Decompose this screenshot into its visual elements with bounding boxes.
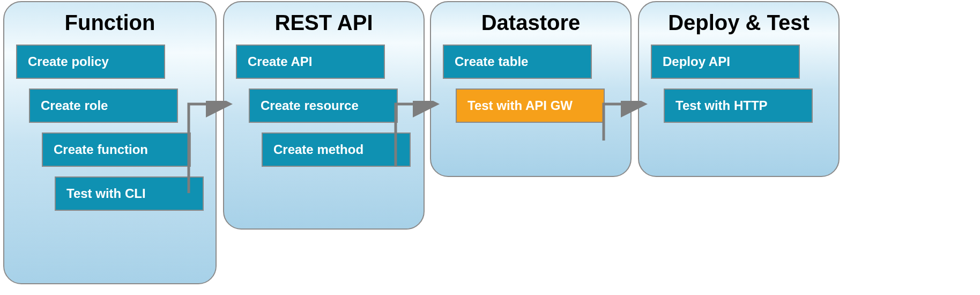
step-create-resource: Create resource — [249, 88, 398, 123]
step-deploy-api: Deploy API — [651, 45, 800, 79]
step-test-with-http: Test with HTTP — [664, 88, 813, 123]
step-create-method: Create method — [262, 132, 411, 167]
stage-datastore: Datastore Create table Test with API GW — [430, 1, 632, 177]
step-create-policy: Create policy — [16, 45, 165, 79]
stage-title-datastore: Datastore — [443, 11, 619, 35]
step-create-api: Create API — [236, 45, 385, 79]
stage-function: Function Create policy Create role Creat… — [3, 1, 217, 284]
stage-rest-api: REST API Create API Create resource Crea… — [223, 1, 425, 230]
step-test-with-api-gw: Test with API GW — [456, 88, 605, 123]
stage-title-rest-api: REST API — [236, 11, 412, 35]
step-create-table: Create table — [443, 45, 592, 79]
stage-deploy-test: Deploy & Test Deploy API Test with HTTP — [638, 1, 840, 177]
stage-title-deploy-test: Deploy & Test — [651, 11, 827, 35]
stage-title-function: Function — [16, 11, 204, 35]
step-create-role: Create role — [29, 88, 178, 123]
step-test-with-cli: Test with CLI — [55, 176, 204, 211]
step-create-function: Create function — [42, 132, 191, 167]
